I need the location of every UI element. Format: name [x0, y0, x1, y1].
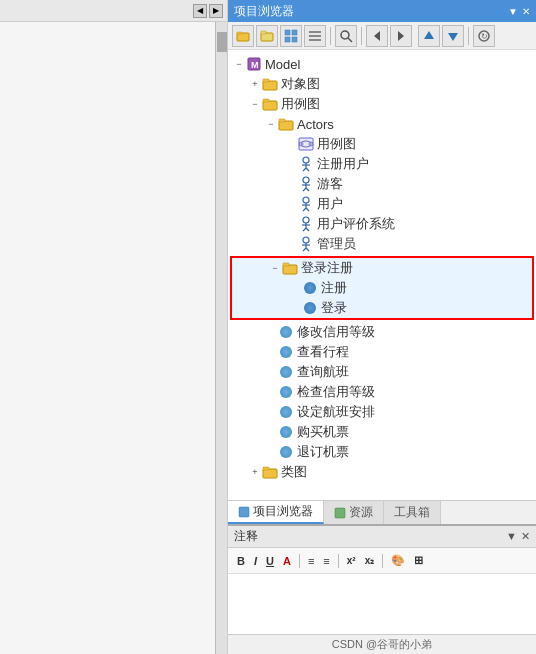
- query-flight-label: 查询航班: [297, 363, 349, 381]
- buy-ticket-label: 购买机票: [297, 423, 349, 441]
- left-content: [0, 22, 227, 654]
- tree-item-check-credit[interactable]: 检查信用等级: [228, 382, 536, 402]
- svg-rect-4: [285, 30, 290, 35]
- list-btn[interactable]: [304, 25, 326, 47]
- check-credit-label: 检查信用等级: [297, 383, 375, 401]
- expand-actors[interactable]: −: [264, 117, 278, 131]
- tree-item-check-record[interactable]: 查看行程: [228, 342, 536, 362]
- tab-project-browser[interactable]: 项目浏览器: [228, 501, 324, 524]
- tree-item-modify-credit[interactable]: 修改信用等级: [228, 322, 536, 342]
- font-btn[interactable]: A: [280, 554, 294, 568]
- panel-header: 项目浏览器 ▼ ✕: [228, 0, 536, 22]
- expand-object[interactable]: +: [248, 77, 262, 91]
- tree-area[interactable]: − M Model + 对象图 −: [228, 50, 536, 500]
- svg-rect-6: [285, 37, 290, 42]
- usecase-icon-checkcredit: [278, 384, 294, 400]
- user-label: 用户: [317, 195, 343, 213]
- tree-item-model[interactable]: − M Model: [228, 54, 536, 74]
- tree-item-guest[interactable]: 游客: [228, 174, 536, 194]
- arrow-right-btn[interactable]: [390, 25, 412, 47]
- expand-class[interactable]: +: [248, 465, 262, 479]
- new-folder-btn[interactable]: [232, 25, 254, 47]
- tree-item-object-diagram[interactable]: + 对象图: [228, 74, 536, 94]
- cancel-ticket-label: 退订机票: [297, 443, 349, 461]
- tree-item-register[interactable]: 注册: [232, 278, 532, 298]
- toolbar: ↻: [228, 22, 536, 50]
- svg-point-41: [303, 197, 309, 203]
- tree-item-cancel-ticket[interactable]: 退订机票: [228, 442, 536, 462]
- table-btn[interactable]: ⊞: [411, 553, 426, 568]
- notes-close-btn[interactable]: ✕: [521, 530, 530, 543]
- svg-line-34: [303, 168, 306, 171]
- expand-login-register[interactable]: −: [268, 261, 282, 275]
- list2-btn[interactable]: ≡: [320, 554, 332, 568]
- refresh-btn[interactable]: ↻: [473, 25, 495, 47]
- underline-btn[interactable]: U: [263, 554, 277, 568]
- expand-model[interactable]: −: [232, 57, 246, 71]
- tree-item-admin[interactable]: 管理员: [228, 234, 536, 254]
- tree-item-usecase-diagram[interactable]: − 用例图: [228, 94, 536, 114]
- tree-item-usecase-child[interactable]: 用例图: [228, 134, 536, 154]
- zoom-btn[interactable]: [335, 25, 357, 47]
- usecase-icon-cancelticket: [278, 444, 294, 460]
- superscript-btn[interactable]: x²: [344, 554, 359, 567]
- down-btn[interactable]: [442, 25, 464, 47]
- tree-item-actors[interactable]: − Actors: [228, 114, 536, 134]
- list1-btn[interactable]: ≡: [305, 554, 317, 568]
- svg-point-31: [303, 157, 309, 163]
- footer-bar: CSDN @谷哥的小弟: [228, 634, 536, 654]
- notes-header-controls: ▼ ✕: [506, 530, 530, 543]
- bold-btn[interactable]: B: [234, 554, 248, 568]
- italic-btn[interactable]: I: [251, 554, 260, 568]
- scroll-left-btn[interactable]: ◀: [193, 4, 207, 18]
- svg-line-55: [306, 248, 309, 251]
- notes-pin-btn[interactable]: ▼: [506, 530, 517, 543]
- actor-icon-admin: [298, 236, 314, 252]
- object-diagram-label: 对象图: [281, 75, 320, 93]
- svg-text:M: M: [251, 60, 259, 70]
- scroll-arrows: ◀ ▶: [193, 4, 223, 18]
- tree-item-user[interactable]: 用户: [228, 194, 536, 214]
- paint-btn[interactable]: 🎨: [388, 553, 408, 568]
- notes-sep2: [338, 554, 339, 568]
- svg-point-11: [341, 31, 349, 39]
- tab-resources[interactable]: 资源: [324, 501, 384, 524]
- tree-item-register-user[interactable]: 注册用户: [228, 154, 536, 174]
- tree-item-class-diagram[interactable]: + 类图: [228, 462, 536, 482]
- arrow-left-btn[interactable]: [366, 25, 388, 47]
- notes-content[interactable]: [228, 574, 536, 634]
- svg-rect-23: [263, 101, 277, 110]
- panel-header-icons: ▼ ✕: [508, 6, 530, 17]
- notes-textarea[interactable]: [232, 578, 532, 630]
- notes-section: 注释 ▼ ✕ B I U A ≡ ≡ x² x₂ 🎨 ⊞: [228, 524, 536, 634]
- float-icon[interactable]: ✕: [522, 6, 530, 17]
- tree-item-rating[interactable]: 用户评价系统: [228, 214, 536, 234]
- tree-item-set-flight[interactable]: 设定航班安排: [228, 402, 536, 422]
- usecase-icon-setflight: [278, 404, 294, 420]
- footer-text: CSDN @谷哥的小弟: [332, 638, 432, 650]
- tree-item-login[interactable]: 登录: [232, 298, 532, 318]
- tree-item-query-flight[interactable]: 查询航班: [228, 362, 536, 382]
- tree-item-login-register[interactable]: − 登录注册: [232, 258, 532, 278]
- open-folder-btn[interactable]: [256, 25, 278, 47]
- scroll-right-btn[interactable]: ▶: [209, 4, 223, 18]
- tab-toolbox[interactable]: 工具箱: [384, 501, 441, 524]
- svg-rect-21: [263, 81, 277, 90]
- expand-usecase[interactable]: −: [248, 97, 262, 111]
- tab-resources-label: 资源: [349, 504, 373, 521]
- model-icon: M: [246, 56, 262, 72]
- guest-label: 游客: [317, 175, 343, 193]
- svg-rect-25: [279, 121, 293, 130]
- folder-icon: [262, 76, 278, 92]
- pin-icon[interactable]: ▼: [508, 6, 518, 17]
- grid-btn[interactable]: [280, 25, 302, 47]
- subscript-btn[interactable]: x₂: [362, 554, 378, 567]
- svg-rect-59: [263, 467, 269, 470]
- tree-item-buy-ticket[interactable]: 购买机票: [228, 422, 536, 442]
- svg-line-49: [303, 228, 306, 231]
- expand-placeholder4: [284, 197, 298, 211]
- svg-line-45: [306, 208, 309, 211]
- expand-placeholder9: [264, 325, 278, 339]
- notes-sep1: [299, 554, 300, 568]
- up-btn[interactable]: [418, 25, 440, 47]
